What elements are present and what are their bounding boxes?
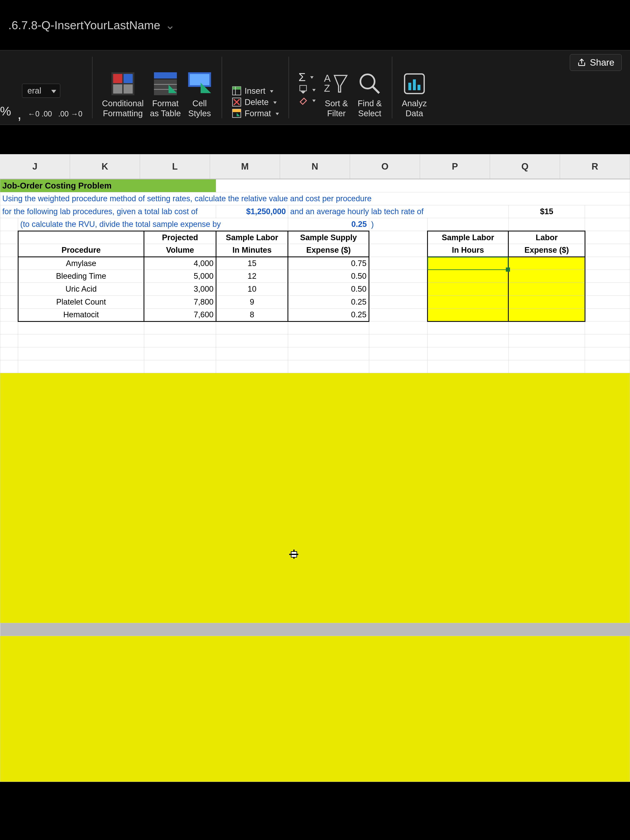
col-O[interactable]: O — [350, 154, 420, 179]
total-lab-cost[interactable]: $1,250,000 — [216, 205, 288, 218]
analyze-data-button[interactable]: AnalyzData — [402, 71, 427, 118]
worksheet-grid[interactable]: Job-Order Costing Problem Using the weig… — [0, 179, 630, 782]
instruction-line-2b[interactable]: and an average hourly lab tech rate of — [288, 205, 508, 218]
hdr-labor-min-1[interactable]: Sample Labor — [216, 231, 288, 244]
comma-button[interactable]: , — [17, 109, 22, 118]
yellow-region[interactable] — [0, 373, 630, 623]
proc-name[interactable]: Uric Acid — [18, 283, 144, 295]
labor-hrs-cell[interactable] — [428, 295, 508, 308]
fill-button[interactable] — [298, 85, 316, 95]
labor-exp-cell[interactable] — [508, 270, 585, 283]
proc-name[interactable]: Platelet Count — [18, 295, 144, 308]
instruction-line-2a[interactable]: for the following lab procedures, given … — [0, 205, 216, 218]
labor-exp-cell[interactable] — [508, 295, 585, 308]
labor-hrs-cell[interactable] — [428, 283, 508, 295]
labor-exp-cell[interactable] — [508, 308, 585, 322]
svg-rect-20 — [232, 109, 241, 112]
hdr-labor-exp-1[interactable]: Labor — [508, 231, 585, 244]
col-R[interactable]: R — [560, 154, 630, 179]
labor-exp-cell[interactable] — [508, 283, 585, 295]
instruction-line-3b[interactable]: ) — [369, 218, 428, 231]
col-N[interactable]: N — [280, 154, 350, 179]
table-row[interactable]: Platelet Count 7,800 9 0.25 — [0, 295, 630, 308]
insert-button[interactable]: Insert — [232, 86, 279, 96]
supply-exp[interactable]: 0.25 — [288, 295, 369, 308]
problem-title[interactable]: Job-Order Costing Problem — [0, 179, 216, 192]
cell-styles-icon — [187, 71, 212, 96]
delete-cells-icon — [232, 97, 242, 107]
search-icon — [357, 71, 382, 96]
table-row[interactable]: Uric Acid 3,000 10 0.50 — [0, 283, 630, 295]
labor-min[interactable]: 9 — [216, 295, 288, 308]
hdr-projected-2[interactable]: Volume — [144, 244, 216, 257]
table-row[interactable]: Hematocit 7,600 8 0.25 — [0, 308, 630, 322]
labor-hrs-cell[interactable] — [428, 257, 508, 270]
analyze-data-icon — [402, 71, 427, 96]
proj-vol[interactable]: 7,800 — [144, 295, 216, 308]
hdr-labor-hrs-1[interactable]: Sample Labor — [428, 231, 508, 244]
workbook-title[interactable]: .6.7.8-Q-InsertYourLastName — [8, 18, 160, 32]
labor-min[interactable]: 12 — [216, 270, 288, 283]
svg-rect-32 — [413, 79, 416, 90]
svg-rect-3 — [113, 84, 122, 93]
svg-point-28 — [360, 74, 374, 88]
column-headers[interactable]: J K L M N O P Q R — [0, 154, 630, 179]
labor-min[interactable]: 8 — [216, 308, 288, 322]
proj-vol[interactable]: 4,000 — [144, 257, 216, 270]
increase-decimal-button[interactable]: .00 →0 — [58, 110, 82, 118]
instruction-line-1[interactable]: Using the weighted procedure method of s… — [0, 192, 630, 205]
conditional-formatting-button[interactable]: ConditionalFormatting — [102, 71, 144, 118]
percent-button[interactable]: % — [0, 104, 11, 118]
col-J[interactable]: J — [0, 154, 70, 179]
proc-name[interactable]: Hematocit — [18, 308, 144, 322]
autosum-button[interactable]: Σ — [298, 70, 316, 84]
hourly-rate[interactable]: $15 — [508, 205, 585, 218]
proj-vol[interactable]: 7,600 — [144, 308, 216, 322]
cell-styles-button[interactable]: CellStyles — [187, 71, 212, 118]
decrease-decimal-button[interactable]: ←0 .00 — [28, 110, 52, 118]
hdr-labor-exp-2[interactable]: Expense ($) — [508, 244, 585, 257]
rvu-divisor[interactable]: 0.25 — [288, 218, 369, 231]
hdr-supply-1[interactable]: Sample Supply — [288, 231, 369, 244]
find-select-button[interactable]: Find &Select — [357, 71, 382, 118]
format-as-table-button[interactable]: Formatas Table — [150, 71, 181, 118]
supply-exp[interactable]: 0.50 — [288, 283, 369, 295]
col-M[interactable]: M — [210, 154, 280, 179]
sort-filter-button[interactable]: AZ Sort &Filter — [324, 71, 349, 118]
labor-min[interactable]: 10 — [216, 283, 288, 295]
hdr-projected-1[interactable]: Projected — [144, 231, 216, 244]
hdr-supply-2[interactable]: Expense ($) — [288, 244, 369, 257]
supply-exp[interactable]: 0.25 — [288, 308, 369, 322]
labor-hrs-cell[interactable] — [428, 270, 508, 283]
col-P[interactable]: P — [420, 154, 490, 179]
proj-vol[interactable]: 3,000 — [144, 283, 216, 295]
proc-name[interactable]: Amylase — [18, 257, 144, 270]
proc-name[interactable]: Bleeding Time — [18, 270, 144, 283]
format-button[interactable]: Format — [232, 108, 279, 118]
labor-hrs-cell[interactable] — [428, 308, 508, 322]
delete-button[interactable]: Delete — [232, 97, 279, 107]
number-format-value: eral — [27, 86, 41, 95]
col-L[interactable]: L — [140, 154, 210, 179]
labor-exp-cell[interactable] — [508, 257, 585, 270]
hdr-labor-min-2[interactable]: In Minutes — [216, 244, 288, 257]
svg-line-29 — [373, 87, 379, 93]
table-row[interactable]: Bleeding Time 5,000 12 0.50 — [0, 270, 630, 283]
chevron-down-icon[interactable]: ⌄ — [165, 18, 175, 32]
number-format-combo[interactable]: eral — [22, 84, 60, 98]
labor-min[interactable]: 15 — [216, 257, 288, 270]
svg-rect-31 — [408, 83, 411, 90]
delete-label: Delete — [245, 98, 269, 107]
yellow-region[interactable] — [0, 636, 630, 782]
col-Q[interactable]: Q — [490, 154, 560, 179]
hdr-labor-hrs-2[interactable]: In Hours — [428, 244, 508, 257]
table-row[interactable]: Amylase 4,000 15 0.75 — [0, 257, 630, 270]
proj-vol[interactable]: 5,000 — [144, 270, 216, 283]
supply-exp[interactable]: 0.75 — [288, 257, 369, 270]
supply-exp[interactable]: 0.50 — [288, 270, 369, 283]
hdr-procedure[interactable]: Procedure — [18, 244, 144, 257]
col-K[interactable]: K — [70, 154, 140, 179]
clear-button[interactable] — [298, 96, 316, 105]
share-button[interactable]: Share — [570, 54, 622, 71]
instruction-line-3a[interactable]: (to calculate the RVU, divide the total … — [18, 218, 288, 231]
